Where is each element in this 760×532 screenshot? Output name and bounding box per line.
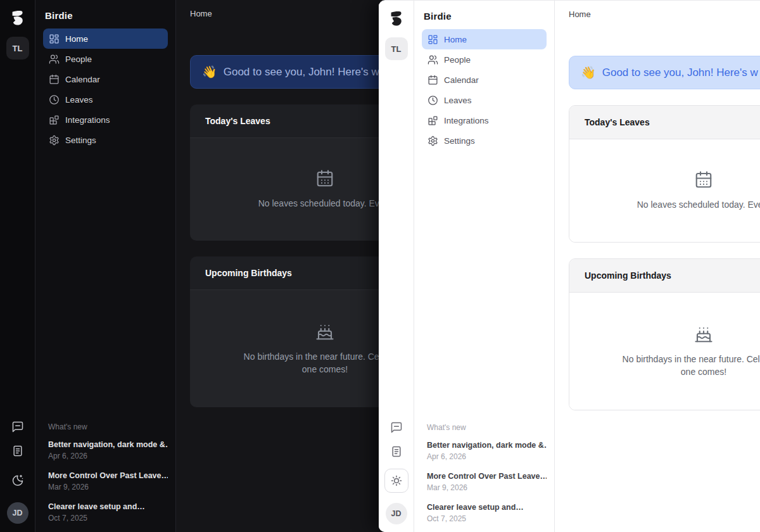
greeting-text: Good to see you, John! Here's w xyxy=(602,66,758,79)
greeting-banner: 👋 Good to see you, John! Here's w xyxy=(569,56,760,89)
cake-icon xyxy=(694,325,713,346)
calendar-icon xyxy=(49,74,60,85)
workspace-avatar[interactable]: TL xyxy=(6,37,29,60)
wave-emoji-icon: 👋 xyxy=(581,65,596,80)
sidebar-item-leaves[interactable]: Leaves xyxy=(43,89,168,110)
birdie-logo-icon[interactable] xyxy=(387,10,406,28)
sidebar-item-label: Home xyxy=(444,35,467,44)
people-icon xyxy=(49,54,60,65)
whats-new-date: Apr 6, 2026 xyxy=(48,452,168,461)
whats-new-date: Oct 7, 2025 xyxy=(427,514,547,524)
sidebar-item-home[interactable]: Home xyxy=(422,29,547,49)
empty-state-text: one comes! xyxy=(623,365,760,378)
whats-new-date: Apr 6, 2026 xyxy=(427,452,547,462)
changelog-book-icon[interactable] xyxy=(11,444,25,458)
whats-new-item[interactable]: More Control Over Past Leave… Mar 9, 202… xyxy=(427,471,547,493)
user-avatar[interactable]: JD xyxy=(386,503,407,524)
sidebar-item-label: Calendar xyxy=(444,75,479,85)
calendar-icon xyxy=(428,75,438,86)
whats-new-date: Mar 9, 2026 xyxy=(427,483,547,493)
sun-icon xyxy=(390,474,403,487)
icon-rail: TL xyxy=(0,0,35,532)
people-icon xyxy=(428,54,438,65)
rail-bottom-icons: JD xyxy=(6,420,30,524)
sidebar-item-label: People xyxy=(444,55,471,65)
whats-new-title: Better navigation, dark mode &… xyxy=(427,440,547,450)
sidebar-item-label: Leaves xyxy=(65,95,93,104)
sidebar: Birdie Home People xyxy=(35,0,176,532)
feedback-chat-icon[interactable] xyxy=(11,420,25,434)
birdie-logo-icon[interactable] xyxy=(8,9,27,28)
calendar-days-icon xyxy=(315,169,334,191)
gear-icon xyxy=(49,135,60,146)
theme-toggle-button[interactable] xyxy=(384,469,408,493)
dashboard-icon xyxy=(49,34,60,44)
upcoming-birthdays-card: Upcoming Birthdays No birthdays in the n… xyxy=(569,258,760,410)
whats-new-date: Mar 9, 2026 xyxy=(48,483,168,492)
sidebar-item-calendar[interactable]: Calendar xyxy=(422,70,547,90)
sidebar-item-label: Home xyxy=(65,34,88,44)
feedback-chat-icon[interactable] xyxy=(390,421,403,434)
todays-leaves-card: Today's Leaves No leaves scheduled today… xyxy=(569,105,760,243)
whats-new-item[interactable]: More Control Over Past Leave… Mar 9, 202… xyxy=(48,471,168,492)
card-title: Upcoming Birthdays xyxy=(569,259,760,293)
blocks-icon xyxy=(428,115,438,126)
user-avatar[interactable]: JD xyxy=(7,502,28,524)
sidebar-item-people[interactable]: People xyxy=(43,49,168,69)
sidebar-item-leaves[interactable]: Leaves xyxy=(422,90,547,110)
app-title: Birdie xyxy=(45,10,168,21)
whats-new-item[interactable]: Better navigation, dark mode &… Apr 6, 2… xyxy=(48,440,168,461)
theme-toggle-button[interactable] xyxy=(6,468,30,492)
gear-icon xyxy=(428,136,438,146)
whats-new-title: More Control Over Past Leave… xyxy=(48,471,168,481)
whats-new-item[interactable]: Clearer leave setup and… Oct 7, 2025 xyxy=(427,502,547,524)
sidebar-nav: Home People Calendar xyxy=(422,29,547,151)
whats-new-title: Clearer leave setup and… xyxy=(48,502,168,512)
sidebar-item-people[interactable]: People xyxy=(422,49,547,70)
whats-new-section: What's new Better navigation, dark mode … xyxy=(43,422,168,523)
whats-new-item[interactable]: Better navigation, dark mode &… Apr 6, 2… xyxy=(427,440,547,462)
dashboard-icon xyxy=(428,34,438,45)
sidebar-item-label: Integrations xyxy=(65,115,110,125)
sidebar-item-home[interactable]: Home xyxy=(43,28,168,49)
card-empty-state: No leaves scheduled today. Every xyxy=(569,139,760,242)
sidebar-item-label: Leaves xyxy=(444,96,472,105)
whats-new-section: What's new Better navigation, dark mode … xyxy=(422,423,547,524)
sidebar-item-integrations[interactable]: Integrations xyxy=(422,110,547,130)
calendar-days-icon xyxy=(694,170,713,192)
breadcrumb[interactable]: Home xyxy=(569,10,760,19)
sidebar-item-label: Integrations xyxy=(444,116,489,125)
empty-state-text: No birthdays in the near future. Celebra… xyxy=(623,353,760,365)
sidebar-item-label: Calendar xyxy=(65,75,100,84)
sidebar-item-settings[interactable]: Settings xyxy=(422,130,547,151)
sidebar-item-label: Settings xyxy=(444,136,475,146)
empty-state-text: No leaves scheduled today. Every xyxy=(637,198,760,211)
changelog-book-icon[interactable] xyxy=(390,445,403,459)
comparison-stage: TL xyxy=(0,0,760,532)
cake-icon xyxy=(315,322,334,344)
blocks-icon xyxy=(49,115,60,125)
sidebar-item-calendar[interactable]: Calendar xyxy=(43,69,168,89)
sidebar-item-label: People xyxy=(65,54,92,64)
app-window: TL xyxy=(379,1,760,532)
rail-bottom-icons: JD xyxy=(384,421,408,524)
icon-rail: TL xyxy=(379,1,414,532)
sidebar-item-settings[interactable]: Settings xyxy=(43,130,168,150)
whats-new-label: What's new xyxy=(427,423,547,432)
whats-new-title: Better navigation, dark mode &… xyxy=(48,440,168,450)
clock-icon xyxy=(49,94,60,105)
workspace-avatar[interactable]: TL xyxy=(385,37,408,60)
whats-new-title: Clearer leave setup and… xyxy=(427,502,547,512)
whats-new-item[interactable]: Clearer leave setup and… Oct 7, 2025 xyxy=(48,502,168,523)
wave-emoji-icon: 👋 xyxy=(202,65,217,79)
main-content: Home 👋 Good to see you, John! Here's w T… xyxy=(555,1,760,532)
clock-icon xyxy=(428,95,438,106)
whats-new-label: What's new xyxy=(48,422,168,431)
greeting-text: Good to see you, John! Here's w xyxy=(224,66,379,79)
whats-new-title: More Control Over Past Leave… xyxy=(427,471,547,481)
whats-new-date: Oct 7, 2025 xyxy=(48,514,168,523)
sidebar-item-label: Settings xyxy=(65,136,96,145)
sidebar-item-integrations[interactable]: Integrations xyxy=(43,110,168,130)
sidebar: Birdie Home People xyxy=(414,1,555,532)
card-title: Today's Leaves xyxy=(569,106,760,139)
